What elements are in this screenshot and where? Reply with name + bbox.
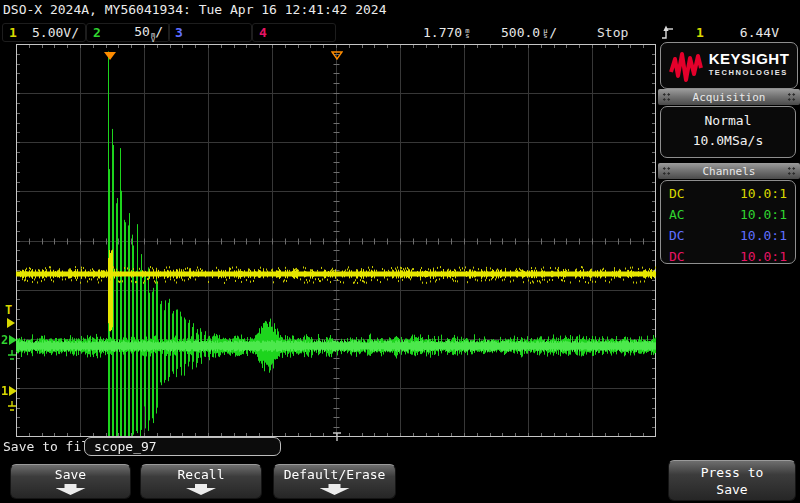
rising-edge-trigger-icon (661, 25, 674, 40)
grip-dots-icon (662, 166, 671, 176)
channel-4-scale-button[interactable]: 4 (252, 23, 336, 42)
channel-3-row: DC10.0:1 (661, 225, 795, 246)
filename-field[interactable]: scope_97 (84, 437, 281, 456)
grip-dots-icon (662, 92, 671, 102)
keysight-logo-icon (669, 50, 703, 82)
recall-softkey[interactable]: Recall (140, 464, 262, 499)
channel-1-number: 1 (9, 25, 17, 40)
channel-4-number: 4 (259, 25, 267, 40)
acquisition-mode: Normal (661, 111, 795, 131)
keysight-logo-box: KEYSIGHT TECHNOLOGIES (660, 42, 798, 89)
channel-2-ground-marker[interactable]: 2 (1, 333, 17, 347)
grip-dots-icon (787, 92, 796, 102)
time-reference-tick (332, 427, 342, 446)
channel-2-scale-button[interactable]: 2 50mV/ (86, 23, 170, 42)
instrument-title: DSO-X 2024A, MY56041934: Tue Apr 16 12:4… (3, 2, 387, 17)
waveform-display (16, 44, 656, 437)
channels-info-box: DC10.0:1 AC10.0:1 DC10.0:1 DC10.0:1 (660, 180, 796, 264)
trigger-readout[interactable]: 1 6.44V (654, 23, 786, 42)
timebase-scale[interactable]: 500.0µs/ (494, 23, 564, 42)
channel-2-scale: 50mV/ (134, 24, 163, 42)
trigger-source: 1 (696, 25, 704, 40)
default-erase-softkey[interactable]: Default/Erase (273, 464, 396, 499)
channel-3-number: 3 (175, 25, 183, 40)
brand-text: KEYSIGHT TECHNOLOGIES (709, 52, 790, 80)
channel-4-row: DC10.0:1 (661, 246, 795, 267)
acquisition-info-box: Normal 10.0MSa/s (660, 106, 796, 158)
channel-2-row: AC10.0:1 (661, 204, 795, 225)
menu-arrow-icon (320, 484, 350, 495)
trigger-level-marker[interactable] (7, 318, 15, 328)
channel-3-scale-button[interactable]: 3 (168, 23, 252, 42)
trigger-level-value: 6.44V (740, 25, 779, 40)
acquisition-panel-header[interactable]: Acquisition (658, 89, 800, 105)
channel-1-ground-marker[interactable]: 1 (1, 384, 17, 398)
menu-arrow-icon (56, 484, 86, 495)
channel-1-scale: 5.00V/ (32, 25, 79, 40)
channel-1-ground-icon (7, 397, 17, 416)
channel-2-ground-icon (7, 346, 17, 365)
channel-1-scale-button[interactable]: 1 5.00V/ (2, 23, 86, 42)
run-state-indicator: Stop (590, 23, 635, 42)
press-to-save-softkey[interactable]: Press to Save (668, 460, 796, 501)
menu-arrow-icon (186, 484, 216, 495)
sample-rate: 10.0MSa/s (661, 131, 795, 151)
channels-panel-header[interactable]: Channels (658, 163, 800, 179)
trigger-time-marker[interactable] (104, 45, 116, 64)
channel-1-row: DC10.0:1 (661, 183, 795, 204)
trigger-level-label: T (5, 303, 12, 317)
channel-2-number: 2 (93, 25, 101, 40)
save-softkey[interactable]: Save (10, 464, 131, 499)
timebase-position[interactable]: 1.770ms (416, 23, 476, 42)
time-reference-marker (331, 45, 343, 64)
grip-dots-icon (787, 166, 796, 176)
